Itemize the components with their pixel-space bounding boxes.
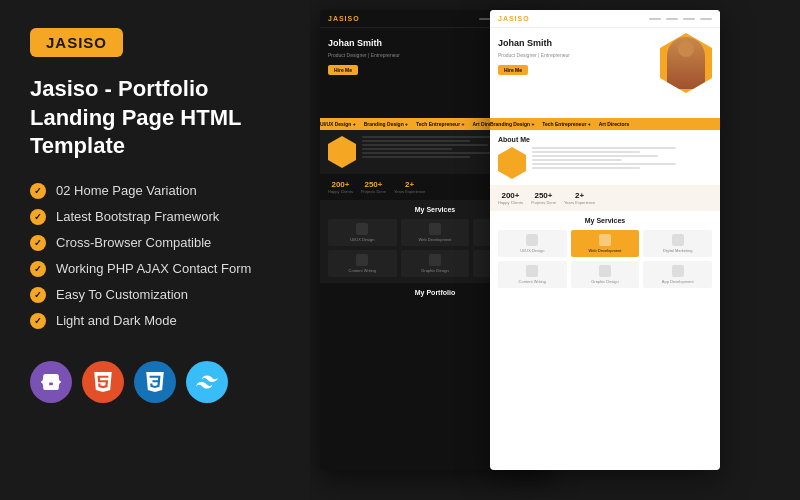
light-line (532, 151, 640, 153)
left-panel: JASISO Jasiso - Portfolio Landing Page H… (0, 0, 310, 500)
dark-hex-sm (328, 136, 356, 168)
list-item: 02 Home Page Variation (30, 183, 280, 199)
person-silhouette (667, 37, 705, 89)
light-service-icon (599, 234, 611, 246)
dark-line (362, 136, 506, 138)
light-nav-link (649, 18, 661, 20)
light-about-section: About Me (490, 130, 720, 185)
preview-container: JASISO Johan Smith Product Designer | En… (310, 0, 800, 500)
light-service-icon (526, 234, 538, 246)
list-item: Working PHP AJAX Contact Form (30, 261, 280, 277)
light-nav-links (649, 18, 712, 20)
check-icon (30, 183, 46, 199)
dark-service-icon (356, 254, 368, 266)
check-icon (30, 261, 46, 277)
light-nav: JASISO (490, 10, 720, 28)
dark-line (362, 156, 470, 158)
dark-line (362, 144, 488, 146)
light-nav-link (683, 18, 695, 20)
light-service-icon (599, 265, 611, 277)
brand-badge: JASISO (30, 28, 123, 57)
css3-icon (134, 361, 176, 403)
tech-icons (30, 361, 280, 403)
tailwind-icon (186, 361, 228, 403)
list-item: Easy To Customization (30, 287, 280, 303)
preview-light: JASISO Johan Smith Product Designer | En… (490, 10, 720, 470)
check-icon (30, 235, 46, 251)
list-item: Cross-Browser Compatible (30, 235, 280, 251)
light-about-row (498, 147, 712, 179)
dark-nav-logo: JASISO (328, 15, 360, 22)
list-item: Light and Dark Mode (30, 313, 280, 329)
light-hero-hexagon (660, 33, 712, 93)
ticker-item: Tech Entrepreneur + (416, 121, 464, 127)
light-line (532, 159, 622, 161)
light-hero-section: Johan Smith Product Designer | Entrepren… (490, 28, 720, 118)
light-service-card: Digital Marketing (643, 230, 712, 257)
light-about-lines (532, 147, 712, 169)
light-service-icon (672, 265, 684, 277)
dark-service-icon (356, 223, 368, 235)
list-item: Latest Bootstrap Framework (30, 209, 280, 225)
dark-stat: 250+ Projects Done (361, 180, 386, 194)
ticker-item: Branding Design + (490, 121, 534, 127)
light-line (532, 155, 658, 157)
right-panel: JASISO Johan Smith Product Designer | En… (310, 0, 800, 500)
ticker-item: UI/UX Design + (320, 121, 356, 127)
dark-service-icon (429, 223, 441, 235)
light-service-icon (672, 234, 684, 246)
light-service-card: App Development (643, 261, 712, 288)
product-title: Jasiso - Portfolio Landing Page HTML Tem… (30, 75, 280, 161)
dark-service-card: Web Development (401, 219, 470, 246)
check-icon (30, 287, 46, 303)
light-nav-link (700, 18, 712, 20)
dark-service-card: Content Writing (328, 250, 397, 277)
light-line (532, 163, 676, 165)
light-hex-sm (498, 147, 526, 179)
bootstrap-icon (30, 361, 72, 403)
light-stats-section: 200+ Happy Clients 250+ Projects Done 2+… (490, 185, 720, 211)
dark-stat: 200+ Happy Clients (328, 180, 353, 194)
dark-stat: 2+ Years Experience (394, 180, 425, 194)
light-line (532, 167, 640, 169)
dark-service-icon (429, 254, 441, 266)
features-list: 02 Home Page Variation Latest Bootstrap … (30, 183, 280, 329)
dark-line (362, 148, 452, 150)
dark-line (362, 140, 470, 142)
light-stat: 250+ Projects Done (531, 191, 556, 205)
ticker-item: Tech Entrepreneur + (542, 121, 590, 127)
ticker-item: Art Directors (599, 121, 630, 127)
check-icon (30, 313, 46, 329)
light-stat: 200+ Happy Clients (498, 191, 523, 205)
dark-line (362, 152, 506, 154)
light-service-card: Content Writing (498, 261, 567, 288)
light-nav-logo: JASISO (498, 15, 530, 22)
light-service-card: UI/UX Design (498, 230, 567, 257)
light-stat: 2+ Years Experience (564, 191, 595, 205)
dark-service-card: Graphic Design (401, 250, 470, 277)
light-nav-link (666, 18, 678, 20)
light-line (532, 147, 676, 149)
dark-service-card: UI/UX Design (328, 219, 397, 246)
light-hex-shape (660, 33, 712, 93)
light-service-card: Graphic Design (571, 261, 640, 288)
html5-icon (82, 361, 124, 403)
light-ticker: Branding Design + Tech Entrepreneur + Ar… (490, 118, 720, 130)
check-icon (30, 209, 46, 225)
light-service-card-highlighted: Web Development (571, 230, 640, 257)
light-service-icon (526, 265, 538, 277)
light-services-grid: UI/UX Design Web Development Digital Mar… (498, 230, 712, 288)
light-services-section: My Services UI/UX Design Web Development… (490, 211, 720, 294)
ticker-item: Branding Design + (364, 121, 408, 127)
